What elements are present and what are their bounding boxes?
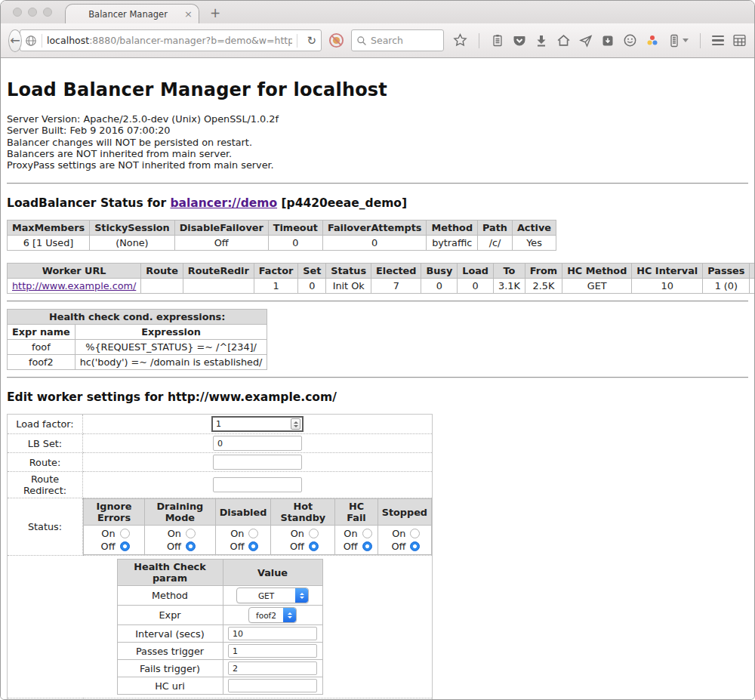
- globe-icon: [25, 35, 37, 47]
- status-label: Status:: [8, 498, 83, 556]
- status-off-radio[interactable]: [410, 541, 420, 551]
- reload-icon[interactable]: ↻: [302, 34, 316, 48]
- hc-row-expr: Expr foof2: [117, 606, 322, 625]
- col-header: Elected: [371, 264, 421, 279]
- save-page-icon[interactable]: [601, 34, 615, 48]
- method-select[interactable]: GET: [236, 587, 309, 603]
- pocket-icon[interactable]: [513, 34, 526, 48]
- hc-row-fails: Fails trigger): [117, 660, 322, 677]
- cell-from: 2.5K: [525, 279, 562, 294]
- share-icon[interactable]: [579, 34, 593, 48]
- new-tab-button[interactable]: +: [210, 5, 220, 20]
- page-content: Load Balancer Manager for localhost Serv…: [1, 58, 754, 700]
- colored-dots-icon[interactable]: [646, 34, 659, 48]
- divider: [7, 183, 748, 184]
- status-radio-row: On Off On Off On Off: [84, 526, 432, 555]
- table-header-row: MaxMembers StickySession DisableFailover…: [8, 220, 556, 236]
- minimize-window-button[interactable]: [28, 8, 37, 17]
- tab-balancer-manager[interactable]: Balancer Manager ×: [65, 4, 199, 23]
- edit-worker-heading: Edit worker settings for http://www.exam…: [7, 390, 748, 404]
- worker-url-link[interactable]: http://www.example.com/: [12, 280, 136, 291]
- number-stepper-icon[interactable]: [291, 418, 300, 430]
- menu-icon[interactable]: [712, 35, 724, 46]
- content-blocked-icon[interactable]: [328, 32, 344, 48]
- col-header: RouteRedir: [183, 264, 254, 279]
- col-header: Busy: [421, 264, 458, 279]
- chevron-down-icon[interactable]: [683, 39, 689, 42]
- table-header-row: Ignore Errors Draining Mode Disabled Hot…: [84, 499, 432, 526]
- form-row-lb-set: LB Set:: [8, 434, 433, 453]
- form-row-route: Route:: [8, 453, 433, 472]
- interval-input[interactable]: [228, 627, 317, 640]
- passes-input[interactable]: [228, 644, 317, 658]
- status-on-radio[interactable]: [120, 529, 130, 538]
- url-bar[interactable]: localhost:8880/balancer-manager?b=demo&w…: [20, 29, 322, 51]
- hc-row-interval: Interval (secs): [117, 625, 322, 643]
- downloads-icon[interactable]: [535, 34, 548, 48]
- col-header: Load: [458, 264, 494, 279]
- route-redirect-label: Route Redirect:: [8, 472, 83, 498]
- col-header: Active: [512, 220, 556, 236]
- status-on-radio[interactable]: [309, 529, 319, 538]
- browser-window: Balancer Manager × + ← localhost:8880/ba…: [0, 0, 755, 700]
- form-row-health-check: Health Check param Value Method GET: [8, 556, 433, 698]
- status-off-radio[interactable]: [309, 541, 319, 551]
- on-label: On: [227, 528, 244, 539]
- off-label: Off: [341, 541, 358, 552]
- route-input[interactable]: [213, 455, 302, 470]
- hc-uri-input[interactable]: [228, 679, 317, 692]
- status-on-radio[interactable]: [410, 529, 420, 538]
- hc-row-hc-uri: HC uri: [117, 677, 322, 695]
- cell-path: /c/: [478, 236, 513, 251]
- off-label: Off: [165, 541, 181, 552]
- status-off-radio[interactable]: [362, 541, 372, 551]
- zoom-window-button[interactable]: [43, 8, 52, 17]
- off-label: Off: [389, 541, 405, 552]
- form-row-status: Status: Ignore Errors Draining Mode Disa…: [8, 498, 433, 556]
- col-header: Factor: [254, 264, 297, 279]
- tab-close-icon[interactable]: ×: [184, 9, 193, 19]
- status-on-radio[interactable]: [362, 529, 372, 538]
- route-redirect-input[interactable]: [213, 477, 302, 492]
- expression-row: foof2 hc('body') =~ /domain is establish…: [8, 355, 267, 370]
- search-bar[interactable]: [351, 29, 444, 51]
- server-built: Server Built: Feb 9 2016 07:00:20: [7, 125, 748, 136]
- fails-input[interactable]: [228, 661, 317, 675]
- forum-smiley-icon[interactable]: [623, 33, 637, 48]
- cell-passes: 1 (0): [703, 279, 750, 294]
- cell-busy: 0: [421, 279, 458, 294]
- cell-elected: 7: [371, 279, 421, 294]
- back-button[interactable]: ←: [8, 29, 22, 52]
- col-header: Route: [141, 264, 183, 279]
- load-factor-input[interactable]: 1: [211, 416, 304, 432]
- on-label: On: [341, 528, 358, 539]
- status-off-radio[interactable]: [120, 541, 130, 551]
- col-header: StickySession: [90, 220, 175, 236]
- bookmark-star-icon[interactable]: [453, 33, 467, 48]
- status-on-radio[interactable]: [248, 529, 258, 538]
- reading-list-icon[interactable]: [491, 34, 504, 48]
- table-header-row: Expr name Expression: [8, 325, 267, 340]
- expr-select[interactable]: foof2: [248, 607, 297, 623]
- status-on-radio[interactable]: [186, 529, 196, 538]
- status-off-radio[interactable]: [186, 541, 196, 551]
- url-text[interactable]: localhost:8880/balancer-manager?b=demo&w…: [47, 35, 292, 46]
- status-off-radio[interactable]: [248, 541, 258, 551]
- close-window-button[interactable]: [13, 8, 22, 17]
- col-header: Method: [427, 220, 478, 236]
- device-sync-icon[interactable]: [667, 34, 689, 48]
- search-input[interactable]: [371, 35, 439, 46]
- home-icon[interactable]: [556, 33, 571, 48]
- load-factor-value: 1: [216, 419, 291, 429]
- lb-set-input[interactable]: [213, 436, 302, 451]
- table-header-row: Health Check param Value: [117, 560, 322, 586]
- navigation-toolbar: ← localhost:8880/balancer-manager?b=demo…: [1, 23, 754, 58]
- status-hc-fail: On Off: [335, 526, 378, 555]
- toolbar-divider: [479, 33, 479, 48]
- balancer-demo-link[interactable]: balancer://demo: [170, 196, 277, 210]
- window-controls: [13, 8, 52, 17]
- cell-hc-method: GET: [562, 279, 632, 294]
- interval-label: Interval (secs): [117, 625, 223, 643]
- col-header: Timeout: [268, 220, 322, 236]
- pages-grid-icon[interactable]: [732, 33, 747, 48]
